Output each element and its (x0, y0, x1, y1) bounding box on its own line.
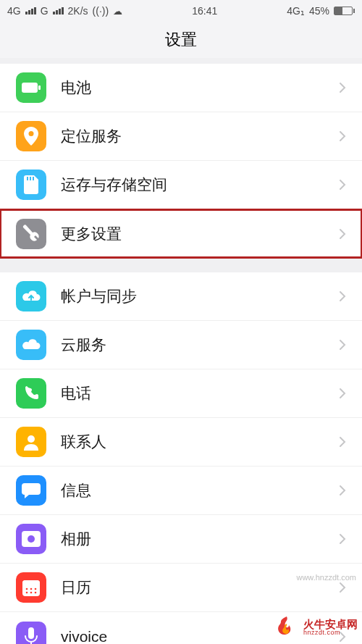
row-label: 相册 (61, 529, 339, 549)
svg-rect-1 (38, 85, 41, 90)
row-storage[interactable]: 运存与存储空间 (0, 161, 362, 209)
battery-icon (16, 72, 46, 103)
svg-point-15 (30, 592, 33, 594)
row-label: 定位服务 (61, 126, 339, 146)
svg-point-12 (30, 588, 33, 590)
chevron-right-icon (339, 582, 346, 593)
mic-icon (16, 622, 46, 645)
svg-rect-10 (22, 580, 40, 585)
chevron-right-icon (339, 179, 346, 191)
data-speed: 2K/s (68, 5, 88, 17)
settings-group-1: 电池 定位服务 运存与存储空间 更多设置 (0, 64, 362, 258)
svg-point-6 (28, 435, 35, 443)
settings-group-2: 帐户与同步 云服务 电话 联系人 (0, 272, 362, 644)
cloud-sync-icon (16, 281, 46, 311)
chevron-right-icon (339, 485, 346, 496)
chevron-right-icon (339, 290, 346, 302)
network-type-2: 4G₁ (287, 5, 305, 17)
battery-icon (334, 7, 355, 15)
row-label: 电池 (61, 78, 339, 98)
row-battery[interactable]: 电池 (0, 64, 362, 112)
cloud-icon (16, 330, 46, 360)
group-gap (0, 258, 362, 272)
header: 设置 (0, 22, 362, 58)
row-message[interactable]: 信息 (0, 467, 362, 515)
location-icon (16, 121, 46, 151)
brand-watermark: 火牛安卓网 hnzzdt.com (274, 615, 358, 640)
wrench-icon (16, 219, 46, 249)
cloud-status-icon: ☁ (113, 6, 122, 17)
page-title: 设置 (165, 29, 197, 51)
chevron-right-icon (339, 228, 346, 240)
svg-point-13 (35, 588, 37, 590)
flame-icon (274, 615, 299, 640)
row-contacts[interactable]: 联系人 (0, 418, 362, 467)
row-label: 云服务 (61, 335, 339, 355)
row-label: 电话 (61, 383, 339, 403)
row-gallery[interactable]: 相册 (0, 515, 362, 564)
chevron-right-icon (339, 339, 346, 351)
row-label: 运存与存储空间 (61, 175, 339, 195)
network-type-1: 4G (7, 5, 21, 17)
svg-point-8 (28, 535, 35, 543)
svg-point-2 (29, 131, 34, 136)
chevron-right-icon (339, 388, 346, 399)
svg-rect-0 (22, 83, 38, 93)
watermark-url: www.hnzzdt.com (296, 573, 356, 582)
clock: 16:41 (192, 5, 217, 17)
row-cloud[interactable]: 云服务 (0, 321, 362, 369)
svg-point-14 (26, 592, 28, 594)
status-bar: 4G G 2K/s ((∙)) ☁ 16:41 4G₁ 45% (0, 0, 362, 22)
calendar-icon (16, 572, 46, 603)
phone-icon (16, 378, 46, 409)
battery-percent: 45% (309, 5, 329, 17)
message-icon (16, 475, 46, 506)
row-phone[interactable]: 电话 (0, 369, 362, 418)
svg-point-16 (35, 592, 37, 594)
chevron-right-icon (339, 82, 346, 93)
svg-rect-3 (27, 177, 28, 180)
row-account[interactable]: 帐户与同步 (0, 272, 362, 321)
row-calendar[interactable]: 日历 (0, 564, 362, 612)
row-label: 帐户与同步 (61, 286, 339, 306)
signal-icon (53, 7, 64, 14)
chevron-right-icon (339, 533, 346, 545)
row-label: 更多设置 (61, 224, 339, 244)
svg-rect-5 (33, 177, 34, 180)
carrier-2: G (41, 5, 49, 17)
brand-name: 火牛安卓网 (303, 619, 358, 630)
row-more-settings[interactable]: 更多设置 (0, 209, 362, 258)
settings-screen: 4G G 2K/s ((∙)) ☁ 16:41 4G₁ 45% 设置 电池 (0, 0, 362, 644)
brand-domain: hnzzdt.com (303, 630, 358, 636)
row-label: 信息 (61, 480, 339, 501)
chevron-right-icon (339, 130, 346, 142)
status-right: 4G₁ 45% (287, 5, 355, 17)
signal-icon (25, 7, 36, 14)
storage-icon (16, 170, 46, 200)
contacts-icon (16, 427, 46, 457)
svg-rect-17 (28, 627, 34, 639)
svg-rect-4 (30, 177, 31, 180)
row-location[interactable]: 定位服务 (0, 112, 362, 161)
status-left: 4G G 2K/s ((∙)) ☁ (7, 5, 122, 17)
row-label: 联系人 (61, 432, 339, 452)
chevron-right-icon (339, 436, 346, 448)
svg-point-11 (26, 588, 28, 590)
gallery-icon (16, 524, 46, 554)
hotspot-icon: ((∙)) (93, 5, 109, 17)
